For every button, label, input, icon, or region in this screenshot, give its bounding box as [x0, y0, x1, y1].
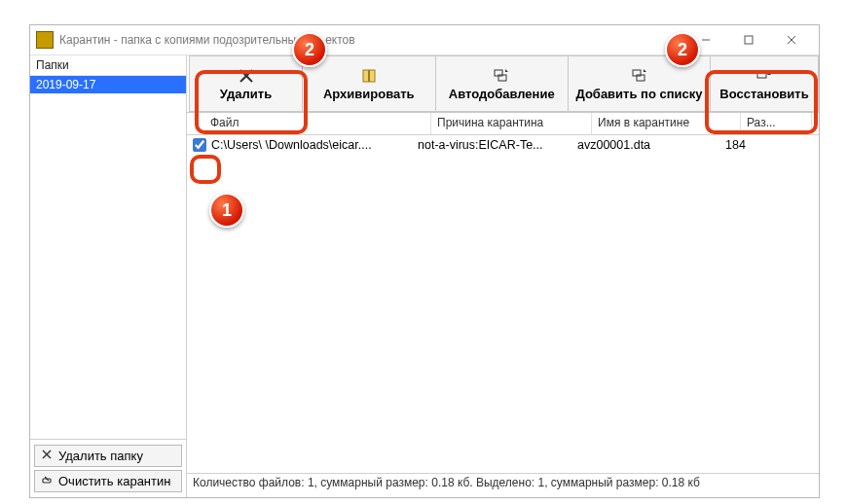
archive-button[interactable]: Архивировать [303, 55, 436, 112]
folder-tree[interactable]: 2019-09-17 [30, 76, 186, 439]
main-panel: Удалить Архивировать Автодобавление [187, 55, 819, 497]
file-list[interactable]: C:\Users\ \Downloads\eicar.... not-a-vir… [187, 135, 819, 473]
col-name-header[interactable]: Имя в карантине [592, 113, 741, 134]
table-row[interactable]: C:\Users\ \Downloads\eicar.... not-a-vir… [187, 135, 819, 155]
autoadd-label: Автодобавление [449, 87, 555, 101]
col-cause-header[interactable]: Причина карантина [431, 113, 592, 134]
delete-folder-button[interactable]: Удалить папку [34, 445, 182, 467]
archive-icon [360, 67, 378, 85]
status-bar: Количество файлов: 1, суммарный размер: … [187, 473, 819, 497]
restore-icon [755, 67, 773, 85]
svg-rect-1 [745, 36, 753, 44]
maximize-button[interactable] [727, 26, 770, 54]
clear-quarantine-button[interactable]: Очистить карантин [34, 470, 182, 492]
close-button[interactable] [770, 26, 813, 54]
addlist-label: Добавить по списку [575, 87, 702, 101]
toolbar: Удалить Архивировать Автодобавление [187, 55, 819, 113]
svg-rect-16 [757, 71, 766, 78]
addlist-button[interactable]: Добавить по списку [569, 55, 711, 112]
delete-folder-label: Удалить папку [58, 449, 143, 463]
delete-icon [41, 449, 53, 463]
autoadd-button[interactable]: Автодобавление [436, 55, 570, 112]
list-header[interactable]: Файл Причина карантина Имя в карантине Р… [187, 113, 819, 135]
cell-name: avz00001.dta [571, 138, 719, 152]
restore-label: Восстановить [719, 87, 808, 101]
window-controls [684, 26, 813, 54]
delete-label: Удалить [220, 87, 272, 101]
autoadd-icon [493, 67, 510, 85]
col-file-header[interactable]: Файл [187, 113, 431, 134]
app-icon [36, 31, 54, 49]
minimize-button[interactable] [684, 26, 727, 54]
col-size-header[interactable]: Раз... [741, 113, 812, 134]
cell-cause: not-a-virus:EICAR-Te... [412, 138, 571, 152]
app-window: Карантин - папка с копиями подозрительны… [29, 24, 820, 498]
delete-icon [238, 67, 255, 85]
delete-button[interactable]: Удалить [189, 55, 303, 112]
clear-quarantine-label: Очистить карантин [58, 474, 170, 488]
window-title: Карантин - папка с копиями подозрительны… [59, 33, 355, 47]
archive-label: Архивировать [323, 87, 415, 101]
row-checkbox[interactable] [193, 138, 206, 152]
sidebar: Папки 2019-09-17 Удалить папку Очистить … [30, 55, 187, 497]
cell-file: C:\Users\ \Downloads\eicar.... [211, 138, 412, 152]
addlist-icon [631, 67, 648, 85]
folder-tree-item[interactable]: 2019-09-17 [30, 76, 186, 93]
erase-icon [41, 474, 53, 488]
restore-button[interactable]: Восстановить [711, 55, 819, 112]
cell-size: 184 [719, 138, 790, 152]
titlebar: Карантин - папка с копиями подозрительны… [30, 25, 819, 55]
sidebar-header: Папки [30, 55, 186, 76]
